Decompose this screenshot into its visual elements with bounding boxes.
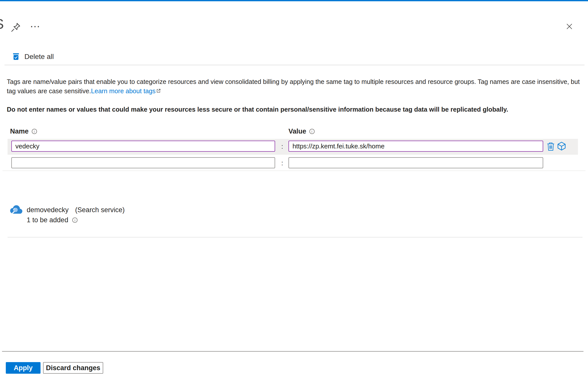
cube-icon — [556, 141, 567, 152]
rows-bottom-divider — [3, 170, 585, 171]
page-title-partial: S — [0, 16, 4, 32]
value-header-label: Value — [288, 128, 306, 135]
tag-value-input-1[interactable] — [288, 141, 543, 152]
apply-button[interactable]: Apply — [6, 362, 41, 374]
delete-all-icon — [13, 52, 19, 61]
name-info-icon[interactable]: i — [32, 129, 37, 134]
tags-description: Tags are name/value pairs that enable yo… — [7, 77, 586, 96]
trash-icon — [546, 142, 555, 152]
tags-pane: S … Delete all Tags are n — [0, 0, 588, 381]
resource-type: (Search service) — [75, 206, 125, 214]
tag-name-input-2[interactable] — [11, 157, 275, 168]
pending-info-icon[interactable]: i — [72, 217, 78, 223]
name-column-header: Name i — [10, 128, 37, 135]
learn-more-link[interactable]: Learn more about tags — [91, 87, 156, 94]
tag-name-input-1[interactable] — [11, 141, 275, 152]
tags-warning: Do not enter names or values that could … — [7, 105, 586, 114]
close-button[interactable] — [563, 21, 575, 33]
colon-separator: : — [279, 159, 285, 167]
search-service-icon — [9, 204, 23, 216]
footer-divider — [2, 351, 583, 352]
resource-section-divider — [8, 237, 582, 238]
close-icon — [566, 23, 573, 31]
more-options-button[interactable]: … — [28, 17, 42, 31]
delete-tag-button[interactable] — [546, 142, 556, 152]
ellipsis-icon: … — [30, 18, 41, 30]
colon-separator: : — [279, 143, 285, 150]
pin-button[interactable] — [9, 21, 22, 34]
external-link-icon — [156, 86, 161, 96]
pending-changes: 1 to be added i — [27, 216, 78, 224]
name-header-label: Name — [10, 128, 29, 135]
resource-name: demovedecky — [27, 206, 69, 214]
pending-changes-label: 1 to be added — [27, 216, 68, 224]
discard-changes-button[interactable]: Discard changes — [43, 362, 103, 374]
delete-all-button[interactable]: Delete all — [11, 51, 55, 62]
toolbar-divider — [5, 65, 584, 65]
value-info-icon[interactable]: i — [309, 129, 315, 134]
pin-icon — [10, 22, 21, 34]
tag-value-input-2[interactable] — [288, 157, 543, 168]
resource-summary: demovedecky (Search service) — [27, 206, 125, 214]
value-column-header: Value i — [288, 128, 315, 135]
top-accent-bar — [0, 0, 588, 1]
delete-all-label: Delete all — [24, 53, 54, 61]
assign-tag-button[interactable] — [556, 141, 567, 152]
